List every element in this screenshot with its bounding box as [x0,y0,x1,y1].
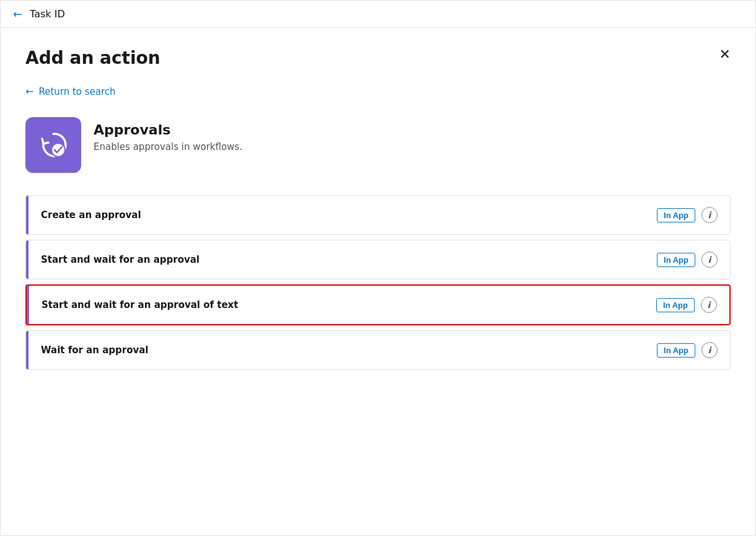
return-to-search-link[interactable]: ← Return to search [25,86,731,97]
action-item-label: Wait for an approval [41,345,148,356]
return-arrow-icon: ← [25,86,33,97]
header-back-icon[interactable]: ← [13,9,22,20]
main-panel: ← Task ID Add an action ✕ ← Return to se… [0,0,756,536]
info-icon[interactable]: i [701,252,718,268]
info-icon[interactable]: i [701,297,717,313]
action-list: Create an approval In App i Start and wa… [25,195,731,375]
main-content: Add an action ✕ ← Return to search [1,28,755,535]
action-item-right: In App i [657,342,718,358]
action-item-right: In App i [656,297,717,313]
in-app-badge[interactable]: In App [656,298,695,312]
action-item-label: Start and wait for an approval [41,254,200,265]
action-item-highlighted[interactable]: Start and wait for an approval of text I… [25,284,731,325]
panel-title: Add an action [25,48,160,68]
action-item[interactable]: Start and wait for an approval In App i [25,240,731,279]
header-bar: ← Task ID [1,1,755,28]
header-title: Task ID [30,8,65,20]
connector-info: Approvals Enables approvals in workflows… [25,117,731,173]
in-app-badge[interactable]: In App [657,343,695,358]
close-icon[interactable]: ✕ [719,48,731,61]
action-item[interactable]: Wait for an approval In App i [25,330,731,370]
in-app-badge[interactable]: In App [657,208,695,222]
connector-description: Enables approvals in workflows. [94,141,242,152]
info-icon[interactable]: i [701,207,718,223]
connector-icon [25,117,81,173]
connector-name: Approvals [94,122,242,138]
action-item-right: In App i [657,207,718,223]
return-to-search-label: Return to search [38,86,115,97]
connector-details: Approvals Enables approvals in workflows… [94,117,242,152]
title-row: Add an action ✕ [25,48,731,68]
info-icon[interactable]: i [701,342,718,358]
action-item[interactable]: Create an approval In App i [25,195,731,235]
action-item-label: Create an approval [41,209,141,221]
in-app-badge[interactable]: In App [657,253,695,267]
action-item-right: In App i [657,252,718,268]
action-item-label: Start and wait for an approval of text [42,299,238,310]
